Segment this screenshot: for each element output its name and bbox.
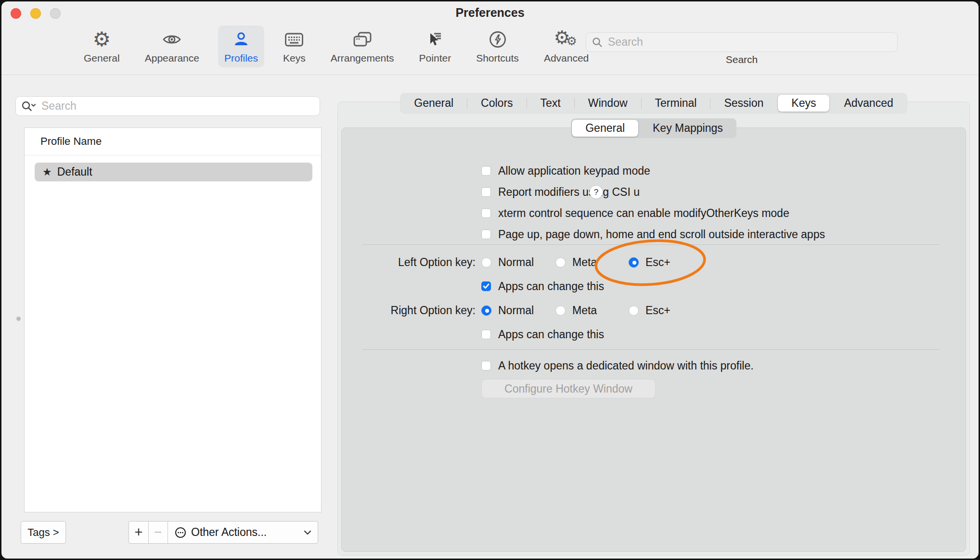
toolbar-divider (1, 75, 979, 75)
windows-icon (353, 28, 372, 51)
checkbox-row: Report modifiers using CSI u (481, 184, 640, 200)
checkbox-row: Apps can change this (481, 327, 604, 342)
left-option-label: Left Option key: (319, 255, 476, 270)
checkbox-label: Report modifiers using CSI u (498, 186, 640, 199)
add-profile-button[interactable]: + (129, 522, 149, 543)
profile-list-header: Profile Name (25, 128, 321, 155)
toolbar-item-label: Shortcuts (476, 52, 519, 64)
radio-right-normal[interactable]: Normal (481, 303, 534, 318)
tab-keys[interactable]: Keys (778, 95, 829, 112)
search-icon (592, 37, 603, 48)
checkbox-row: Allow application keypad mode (481, 163, 650, 178)
radio-right-meta[interactable]: Meta (555, 303, 597, 318)
radio-label: Esc+ (645, 304, 671, 317)
checkbox-label: Apps can change this (498, 328, 604, 341)
checkbox-hotkey-window[interactable] (481, 361, 491, 370)
configure-hotkey-window-button[interactable]: Configure Hotkey Window (482, 380, 655, 398)
profile-search-field[interactable] (15, 96, 320, 116)
toolbar-item-label: Keys (283, 52, 306, 64)
lightning-icon (489, 28, 506, 51)
toolbar-item-keys[interactable]: Keys (277, 25, 312, 67)
checkbox-left-apps-can-change[interactable] (481, 281, 491, 291)
keyboard-icon (285, 28, 303, 51)
radio-left-normal[interactable]: Normal (481, 255, 534, 270)
star-icon: ★ (42, 167, 52, 178)
toolbar-item-profiles[interactable]: Profiles (218, 25, 264, 67)
gear-icon: ⚙ (93, 28, 111, 51)
radio-icon (555, 257, 566, 267)
checkbox-keypad-mode[interactable] (481, 166, 491, 176)
checkbox-row: xterm control sequence can enable modify… (481, 205, 789, 221)
profile-actions-group: + − Other Actions... (129, 521, 318, 544)
toolbar-item-label: Pointer (419, 52, 451, 64)
toolbar-item-general[interactable]: ⚙ General (77, 25, 126, 67)
remove-profile-button[interactable]: − (149, 522, 168, 543)
circle-ellipsis-icon (175, 527, 186, 538)
radio-icon (629, 305, 639, 316)
checkbox-scroll-outside-apps[interactable] (481, 229, 491, 239)
screen: Preferences ⚙ General Appearance Profile… (0, 0, 980, 560)
radio-icon-selected (629, 257, 639, 267)
checkbox-row: A hotkey opens a dedicated window with t… (481, 358, 754, 373)
eye-icon (162, 28, 181, 51)
radio-label: Meta (572, 256, 597, 269)
radio-label: Meta (572, 304, 597, 317)
subtab-key-mappings[interactable]: Key Mappings (639, 118, 736, 138)
toolbar-item-arrangements[interactable]: Arrangements (324, 25, 400, 67)
tags-button[interactable]: Tags > (21, 521, 66, 544)
toolbar-item-label: General (84, 52, 120, 64)
preferences-toolbar: ⚙ General Appearance Profiles Keys Arr (77, 25, 595, 67)
section-divider (362, 244, 940, 245)
tab-terminal[interactable]: Terminal (642, 93, 710, 113)
tab-advanced[interactable]: Advanced (830, 93, 906, 113)
radio-label: Normal (498, 304, 534, 317)
radio-icon-selected (481, 305, 491, 316)
toolbar-search-field[interactable] (586, 32, 898, 52)
checkbox-csi-u[interactable] (481, 187, 491, 197)
checkbox-label: xterm control sequence can enable modify… (498, 207, 789, 220)
radio-label: Esc+ (645, 256, 671, 269)
section-divider (362, 349, 940, 350)
toolbar-item-label: Appearance (145, 52, 199, 64)
profile-list: Profile Name ★ Default (24, 127, 322, 512)
gears-icon: ⚙⚙ (554, 28, 579, 51)
toolbar-search-caption: Search (586, 54, 898, 65)
radio-left-meta[interactable]: Meta (555, 255, 597, 270)
toolbar-item-pointer[interactable]: Pointer (413, 25, 458, 67)
profile-tabs: General Colors Text Window Terminal Sess… (337, 93, 970, 113)
right-option-label: Right Option key: (319, 303, 476, 318)
profile-search-input[interactable] (40, 99, 314, 113)
toolbar-item-label: Arrangements (331, 52, 394, 64)
tab-colors[interactable]: Colors (467, 93, 526, 113)
toolbar-item-label: Profiles (224, 52, 258, 64)
radio-left-esc[interactable]: Esc+ (629, 255, 671, 270)
checkbox-right-apps-can-change[interactable] (481, 330, 491, 339)
person-icon (232, 28, 250, 51)
radio-right-esc[interactable]: Esc+ (629, 303, 671, 318)
window-title: Preferences (1, 6, 979, 20)
toolbar-item-appearance[interactable]: Appearance (139, 25, 206, 67)
checkbox-row: Page up, page down, home and end scroll … (481, 227, 825, 242)
subtab-general[interactable]: General (572, 120, 638, 137)
profile-row-default[interactable]: ★ Default (35, 163, 312, 181)
tab-general[interactable]: General (400, 93, 467, 113)
tab-window[interactable]: Window (575, 93, 641, 113)
help-button[interactable]: ? (590, 186, 603, 199)
toolbar-item-shortcuts[interactable]: Shortcuts (470, 25, 525, 67)
keys-subtabs: General Key Mappings (337, 118, 970, 138)
checkbox-modify-other-keys[interactable] (481, 208, 491, 218)
checkbox-row: Apps can change this (481, 279, 604, 294)
radio-icon (481, 257, 491, 267)
tab-text[interactable]: Text (527, 93, 574, 113)
window-edge-dot (16, 317, 21, 321)
radio-label: Normal (498, 256, 534, 269)
pointer-icon (427, 28, 443, 51)
other-actions-dropdown[interactable]: Other Actions... (168, 522, 318, 543)
checkbox-label: A hotkey opens a dedicated window with t… (498, 359, 754, 372)
profile-name: Default (57, 165, 92, 178)
toolbar-search-input[interactable] (607, 35, 891, 49)
tab-session[interactable]: Session (710, 93, 777, 113)
other-actions-label: Other Actions... (191, 526, 267, 539)
preferences-window: Preferences ⚙ General Appearance Profile… (1, 1, 979, 559)
search-with-menu-icon (21, 101, 37, 112)
